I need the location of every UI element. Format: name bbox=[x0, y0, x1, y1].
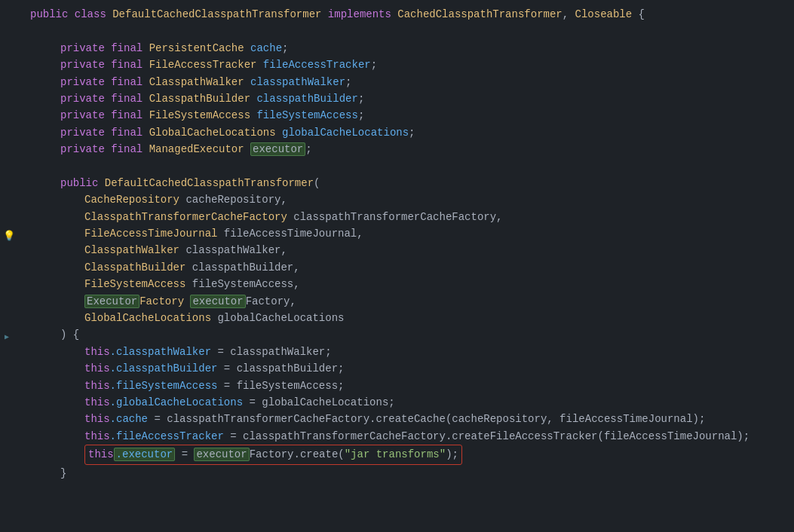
line-content: private final FileSystemAccess fileSyste… bbox=[30, 107, 364, 124]
token: = bbox=[175, 448, 194, 460]
token: classpathTransformerCacheFactory, bbox=[287, 211, 503, 223]
code-line: CacheRepository cacheRepository, bbox=[0, 191, 794, 208]
token: cache bbox=[244, 42, 282, 54]
token: GlobalCacheLocations bbox=[84, 312, 211, 324]
token: this bbox=[84, 413, 110, 425]
token: fileAccessTimeJournal, bbox=[217, 228, 363, 240]
line-content: private final ClasspathWalker classpathW… bbox=[30, 74, 351, 90]
line-content: this.globalCacheLocations = globalCacheL… bbox=[30, 394, 395, 411]
arrow-icon: ▶ bbox=[5, 332, 9, 344]
line-content: this.classpathWalker = classpathWalker; bbox=[30, 344, 332, 360]
code-line: this.fileAccessTracker = classpathTransf… bbox=[0, 428, 794, 445]
token: "jar transforms" bbox=[345, 448, 446, 460]
token: executor bbox=[194, 448, 249, 461]
token: { bbox=[632, 8, 645, 20]
token: private final bbox=[60, 143, 149, 155]
code-line: this.globalCacheLocations = globalCacheL… bbox=[0, 394, 794, 411]
line-content: ClasspathWalker classpathWalker, bbox=[30, 242, 287, 258]
code-line: ClasspathTransformerCacheFactory classpa… bbox=[0, 209, 794, 225]
token: this bbox=[84, 430, 110, 442]
code-line: ExecutorFactory executorFactory, bbox=[0, 293, 794, 310]
line-content: ClasspathBuilder classpathBuilder, bbox=[30, 259, 300, 276]
token: DefaultCachedClasspathTransformer bbox=[112, 8, 321, 20]
token: this bbox=[84, 362, 110, 375]
token: fileSystemAccess, bbox=[185, 278, 299, 290]
code-line: ▶) { bbox=[0, 326, 794, 343]
token: classpathBuilder, bbox=[185, 261, 299, 274]
code-line: ClasspathBuilder classpathBuilder, bbox=[0, 259, 794, 276]
token: classpathWalker, bbox=[179, 244, 287, 256]
token: ClasspathBuilder bbox=[149, 93, 250, 105]
red-highlight-box: this.executor = executorFactory.create("… bbox=[84, 445, 462, 464]
token: = classpathTransformerCacheFactory.creat… bbox=[224, 430, 750, 442]
token: executor bbox=[250, 142, 305, 156]
code-line: ClasspathWalker classpathWalker, bbox=[0, 242, 794, 258]
line-content bbox=[30, 23, 36, 39]
token: Factory bbox=[139, 295, 184, 307]
token: Executor bbox=[84, 295, 139, 308]
token: ; bbox=[409, 127, 415, 139]
token: GlobalCacheLocations bbox=[149, 127, 276, 139]
token: ) { bbox=[60, 329, 79, 341]
token: .globalCacheLocations bbox=[110, 396, 243, 408]
token: .fileAccessTracker bbox=[110, 430, 224, 442]
code-line: private final PersistentCache cache; bbox=[0, 40, 794, 57]
token: ; bbox=[305, 143, 311, 155]
line-content: private final ClasspathBuilder classpath… bbox=[30, 90, 364, 107]
token: ; bbox=[358, 109, 364, 121]
code-line: } bbox=[0, 465, 794, 482]
line-content: private final GlobalCacheLocations globa… bbox=[30, 124, 415, 141]
token: private final bbox=[60, 109, 149, 121]
code-line: public DefaultCachedClasspathTransformer… bbox=[0, 175, 794, 191]
token: this bbox=[84, 396, 110, 408]
line-content: this.classpathBuilder = classpathBuilder… bbox=[30, 360, 344, 377]
token: = classpathTransformerCacheFactory.creat… bbox=[148, 413, 705, 425]
token: .fileSystemAccess bbox=[110, 380, 218, 392]
line-content: CacheRepository cacheRepository, bbox=[30, 191, 287, 208]
token: classpathWalker bbox=[244, 76, 345, 88]
token: ClasspathTransformerCacheFactory bbox=[84, 211, 287, 223]
line-content: ExecutorFactory executorFactory, bbox=[30, 293, 296, 310]
code-line: this.executor = executorFactory.create("… bbox=[0, 445, 794, 464]
token: ; bbox=[282, 42, 288, 54]
token: ; bbox=[371, 59, 377, 71]
token: = fileSystemAccess; bbox=[217, 380, 344, 392]
token: private final bbox=[60, 76, 149, 88]
code-line: GlobalCacheLocations globalCacheLocation… bbox=[0, 310, 794, 326]
code-line: public class DefaultCachedClasspathTrans… bbox=[0, 6, 794, 23]
token: private final bbox=[60, 42, 149, 54]
code-line: this.classpathBuilder = classpathBuilder… bbox=[0, 360, 794, 377]
code-line: private final GlobalCacheLocations globa… bbox=[0, 124, 794, 141]
code-line: this.fileSystemAccess = fileSystemAccess… bbox=[0, 378, 794, 394]
line-content: public class DefaultCachedClasspathTrans… bbox=[30, 6, 645, 23]
code-line bbox=[0, 23, 794, 39]
token: DefaultCachedClasspathTransformer bbox=[105, 177, 314, 189]
line-content: GlobalCacheLocations globalCacheLocation… bbox=[30, 310, 344, 326]
token: = globalCacheLocations; bbox=[243, 396, 395, 408]
token: = classpathWalker; bbox=[211, 346, 332, 358]
token: private final bbox=[60, 127, 149, 139]
line-content: ClasspathTransformerCacheFactory classpa… bbox=[30, 209, 503, 225]
token: FileAccessTimeJournal bbox=[84, 228, 217, 240]
token: ClasspathWalker bbox=[149, 76, 244, 88]
token: this bbox=[84, 380, 110, 392]
line-content: ) { bbox=[30, 326, 79, 343]
line-content: this.cache = classpathTransformerCacheFa… bbox=[30, 411, 705, 427]
code-line: private final ClasspathBuilder classpath… bbox=[0, 90, 794, 107]
code-editor: public class DefaultCachedClasspathTrans… bbox=[0, 0, 794, 532]
code-line: private final FileSystemAccess fileSyste… bbox=[0, 107, 794, 124]
token: fileAccessTracker bbox=[256, 59, 370, 71]
line-content: FileAccessTimeJournal fileAccessTimeJour… bbox=[30, 225, 363, 242]
token bbox=[244, 143, 250, 155]
line-content: private final PersistentCache cache; bbox=[30, 40, 288, 57]
code-line: private final FileAccessTracker fileAcce… bbox=[0, 57, 794, 73]
line-content: } bbox=[30, 465, 66, 482]
token: this bbox=[88, 448, 114, 460]
token: .classpathBuilder bbox=[110, 362, 218, 375]
line-content: this.executor = executorFactory.create("… bbox=[30, 445, 462, 464]
token: ( bbox=[314, 177, 320, 189]
token: ClasspathWalker bbox=[84, 244, 179, 256]
token: this bbox=[84, 346, 110, 358]
token: globalCacheLocations bbox=[211, 312, 344, 324]
token: .classpathWalker bbox=[110, 346, 211, 358]
